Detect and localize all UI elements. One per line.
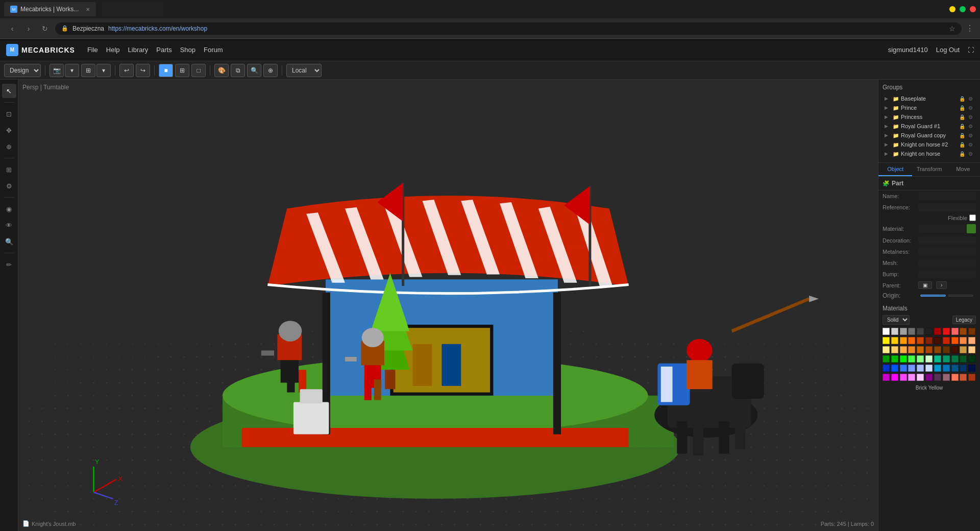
color-yellow[interactable]	[883, 337, 890, 344]
color-pink[interactable]	[908, 374, 915, 381]
color-white[interactable]	[883, 328, 890, 335]
color-tan[interactable]	[891, 346, 898, 353]
left-tool-grid[interactable]: ⊞	[2, 162, 16, 177]
copy-button[interactable]: ⧉	[231, 64, 245, 77]
close-button[interactable]	[970, 6, 976, 12]
select-outline-button[interactable]: □	[191, 64, 206, 77]
color-darkcyan[interactable]	[943, 365, 950, 372]
mesh-input[interactable]	[918, 259, 976, 267]
color-espresso[interactable]	[951, 346, 959, 353]
maximize-button[interactable]	[960, 6, 966, 12]
color-nightblue[interactable]	[968, 365, 975, 372]
group-item-knight-horse-2[interactable]: ▶ 📁 Knight on horse #2 🔒 ⚙	[883, 140, 976, 149]
color-gold[interactable]	[891, 337, 898, 344]
group-item-baseplate[interactable]: ▶ 📁 Baseplate 🔒 ⚙	[883, 94, 976, 103]
color-darkbrown2[interactable]	[934, 346, 941, 353]
color-palepink[interactable]	[917, 374, 924, 381]
color-amber[interactable]	[900, 346, 907, 353]
lock-icon[interactable]: 🔒	[959, 104, 966, 111]
logout-button[interactable]: Log Out	[936, 46, 960, 54]
viewport[interactable]: Persp | Turntable	[18, 80, 878, 531]
lock-icon[interactable]: 🔒	[959, 141, 966, 148]
name-input[interactable]	[918, 192, 976, 200]
camera-tool-button[interactable]: 📷	[50, 64, 64, 77]
color-skyblue[interactable]	[917, 365, 924, 372]
color-darkorange[interactable]	[908, 337, 915, 344]
color-gray[interactable]	[900, 328, 907, 335]
color-forestgreen[interactable]	[951, 355, 959, 363]
color-biscuit[interactable]	[968, 346, 975, 353]
left-tool-pivot[interactable]: ◉	[2, 202, 16, 216]
forward-button[interactable]: ›	[22, 22, 35, 35]
left-tool-zoom[interactable]: 🔍	[2, 234, 16, 249]
left-tool-settings[interactable]: ⚙	[2, 179, 16, 193]
color-lightyellow[interactable]	[883, 346, 890, 353]
color-charcoal[interactable]	[917, 328, 924, 335]
menu-forum[interactable]: Forum	[204, 46, 223, 54]
metalness-input[interactable]	[918, 248, 976, 256]
color-plum[interactable]	[934, 374, 941, 381]
settings-icon[interactable]: ⚙	[967, 132, 974, 139]
lock-icon[interactable]: 🔒	[959, 132, 966, 139]
browser-menu-button[interactable]: ⋮	[966, 23, 974, 33]
lock-icon[interactable]: 🔒	[959, 95, 966, 102]
new-tab[interactable]	[102, 2, 163, 16]
select-box-button[interactable]: ■	[159, 64, 173, 77]
color-verydark[interactable]	[934, 337, 941, 344]
left-tool-edit[interactable]: ✏	[2, 257, 16, 272]
color-deepblue[interactable]	[951, 365, 959, 372]
lock-icon[interactable]: 🔒	[959, 123, 966, 130]
color-green[interactable]	[891, 355, 898, 363]
color-darkblue[interactable]	[883, 365, 890, 372]
color-lightmagenta[interactable]	[900, 374, 907, 381]
browser-tab[interactable]: M Mecabricks | Works... ✕	[4, 2, 96, 16]
origin-btn-2[interactable]	[948, 295, 973, 297]
left-tool-add[interactable]: ⊕	[2, 139, 16, 154]
color-salmon[interactable]	[960, 337, 967, 344]
color-lightred[interactable]	[951, 328, 959, 335]
settings-icon[interactable]: ⚙	[967, 123, 974, 130]
color-darkteal[interactable]	[943, 355, 950, 363]
color-mauve[interactable]	[943, 374, 950, 381]
color-chocolate[interactable]	[943, 346, 950, 353]
color-cyan[interactable]	[934, 365, 941, 372]
material-color-swatch[interactable]	[967, 224, 976, 233]
close-tab-button[interactable]: ✕	[86, 7, 90, 12]
color-darkbrown[interactable]	[968, 328, 975, 335]
color-coral[interactable]	[951, 374, 959, 381]
bump-input[interactable]	[918, 270, 976, 278]
color-red[interactable]	[943, 328, 950, 335]
color-darkred[interactable]	[934, 328, 941, 335]
origin-btn-1[interactable]	[920, 295, 946, 297]
back-button[interactable]: ‹	[6, 22, 18, 35]
fullscreen-button[interactable]: ⛶	[968, 46, 974, 54]
color-brown[interactable]	[917, 346, 924, 353]
left-tool-box[interactable]: ⊡	[2, 107, 16, 121]
color-magenta[interactable]	[891, 374, 898, 381]
color-palegreen[interactable]	[917, 355, 924, 363]
legacy-button[interactable]: Legacy	[952, 316, 976, 324]
camera-tool-dropdown[interactable]: ▾	[65, 64, 79, 77]
reference-input[interactable]	[918, 203, 976, 211]
color-darkgreen[interactable]	[883, 355, 890, 363]
color-lightgray[interactable]	[891, 328, 898, 335]
settings-icon[interactable]: ⚙	[967, 113, 974, 120]
lock-icon[interactable]: 🔒	[959, 150, 966, 157]
menu-parts[interactable]: Parts	[156, 46, 172, 54]
color-navyblue[interactable]	[960, 365, 967, 372]
settings-icon[interactable]: ⚙	[967, 95, 974, 102]
color-deepforest[interactable]	[968, 355, 975, 363]
settings-icon[interactable]: ⚙	[967, 141, 974, 148]
grid-tool-button[interactable]: ⊞	[81, 64, 95, 77]
color-terracotta[interactable]	[960, 374, 967, 381]
zoom-button[interactable]: 🔍	[247, 64, 261, 77]
color-lightgreen[interactable]	[908, 355, 915, 363]
color-darkgray[interactable]	[908, 328, 915, 335]
parent-btn-arrow[interactable]: ›	[936, 281, 947, 289]
left-tool-view[interactable]: 👁	[2, 218, 16, 232]
solid-select[interactable]: Solid	[883, 315, 910, 325]
menu-help[interactable]: Help	[106, 46, 120, 54]
flexible-checkbox[interactable]	[969, 214, 976, 221]
group-item-princess[interactable]: ▶ 📁 Princess 🔒 ⚙	[883, 112, 976, 122]
color-crimson[interactable]	[943, 337, 950, 344]
